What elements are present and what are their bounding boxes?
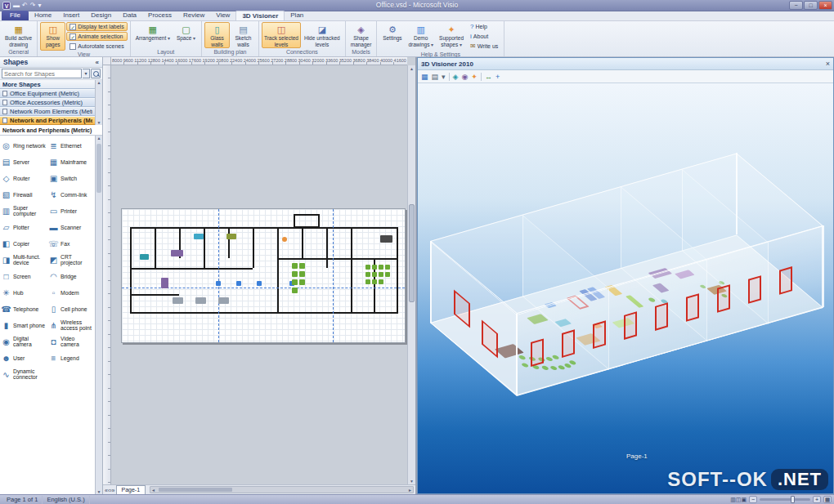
page-tab-page-1[interactable]: Page-1 — [116, 485, 146, 494]
stencil-office-equipment-metric[interactable]: Office Equipment (Metric) — [0, 89, 95, 98]
shape-item-switch[interactable]: ▣Switch — [47, 170, 95, 186]
scroll-down-icon[interactable]: ▼ — [408, 479, 415, 484]
shape-item-digital-camera[interactable]: ◉Digital camera — [0, 333, 47, 350]
zoom-in-button[interactable]: + — [813, 496, 821, 503]
tab-file[interactable]: File — [2, 11, 29, 20]
demo-drawings-button[interactable]: ▥Demodrawings ▾ — [406, 22, 436, 51]
arrangement-button[interactable]: ▦Arrangement ▾ — [133, 22, 173, 48]
scroll-up-icon[interactable]: ▲ — [97, 136, 101, 140]
zoom-slider[interactable] — [760, 498, 810, 501]
maximize-button[interactable]: □ — [804, 1, 818, 10]
vertical-scrollbar[interactable]: ▲ ▼ — [407, 65, 415, 484]
shape-item-comm-link[interactable]: ↯Comm-link — [47, 186, 95, 203]
show-pages-button[interactable]: ◫Showpages — [40, 22, 65, 51]
shape-manager-button[interactable]: ◈Shapemanager — [348, 22, 374, 48]
scroll-left-icon[interactable]: ◄ — [151, 488, 155, 493]
autorotate-scenes-checkbox[interactable]: Autorotate scenes — [66, 42, 127, 51]
view-cube-icon[interactable]: ◈ — [453, 72, 459, 82]
print-icon[interactable]: ▤ — [432, 72, 439, 82]
stencil-network-and-peripherals-metric[interactable]: Network and Peripherals (Metric) — [0, 116, 95, 125]
shape-item-firewall[interactable]: ▧Firewall — [0, 186, 47, 203]
tab-plan[interactable]: Plan — [285, 11, 309, 20]
shape-item-scanner[interactable]: ▬Scanner — [47, 219, 95, 235]
shape-item-fax[interactable]: ☏Fax — [47, 235, 95, 252]
export-dropdown-icon[interactable]: ▾ — [442, 72, 446, 82]
supported-shapes-button[interactable]: ✦Supportedshapes ▾ — [437, 22, 466, 51]
stencil-office-accessories-metric[interactable]: Office Accessories (Metric) — [0, 98, 95, 107]
shape-item-legend[interactable]: ≡Legend — [47, 350, 95, 366]
settings-button[interactable]: ⚙Settings — [379, 22, 405, 51]
scrollbar-thumb[interactable] — [159, 488, 232, 492]
shape-item-screen[interactable]: □Screen — [0, 268, 47, 284]
scroll-up-icon[interactable]: ▲ — [408, 66, 415, 71]
page-count-indicator[interactable]: Page 1 of 1 — [2, 496, 43, 504]
stencil-scrollbar[interactable]: ▲▼ — [95, 80, 102, 125]
tab-home[interactable]: Home — [29, 11, 57, 20]
drawing-page[interactable] — [121, 208, 406, 343]
more-shapes-bar[interactable]: More Shapes — [0, 80, 95, 89]
shape-item-server[interactable]: ▤Server — [0, 154, 47, 170]
hide-untracked-levels-button[interactable]: ◪Hide untrackedlevels — [302, 22, 343, 48]
zoom-icon[interactable]: + — [495, 72, 500, 82]
help-button[interactable]: ?Help — [467, 22, 501, 31]
effects-icon[interactable]: ✦ — [471, 72, 478, 82]
language-indicator[interactable]: English (U.S.) — [43, 496, 89, 504]
shapes-scrollbar[interactable]: ▲▼ — [95, 136, 102, 494]
shape-item-cell-phone[interactable]: ▯Cell phone — [47, 301, 95, 317]
shape-item-plotter[interactable]: ▱Plotter — [0, 219, 47, 235]
shape-item-ethernet[interactable]: ≣Ethernet — [47, 137, 95, 154]
search-dropdown-icon[interactable]: ▾ — [83, 69, 90, 78]
zoom-slider-thumb[interactable] — [791, 496, 795, 503]
zoom-out-button[interactable]: − — [749, 496, 757, 503]
drawing-canvas[interactable] — [111, 65, 407, 484]
shape-item-printer[interactable]: ▭Printer — [47, 203, 95, 219]
save-icon[interactable]: ▦ — [421, 72, 428, 82]
shape-item-ring-network[interactable]: ◎Ring network — [0, 137, 47, 154]
shape-item-crt-projector[interactable]: ◩CRT projector — [47, 252, 95, 268]
write-us-button[interactable]: ✉Write us — [467, 42, 501, 51]
fit-page-button[interactable]: ▦ — [823, 496, 832, 503]
shape-item-super-computer[interactable]: ▥Super computer — [0, 203, 47, 219]
shape-item-bridge[interactable]: ◠Bridge — [47, 268, 95, 284]
3d-scene[interactable]: Page-1 — [418, 83, 833, 493]
track-selected-levels-button[interactable]: ◫Track selectedlevels — [262, 22, 301, 48]
search-icon[interactable] — [91, 69, 101, 78]
tab-review[interactable]: Review — [177, 11, 210, 20]
shape-item-video-camera[interactable]: ◘Video camera — [47, 333, 95, 350]
fullscreen-icon[interactable]: ▣ — [741, 497, 747, 502]
sketch-walls-button[interactable]: ▤Sketchwalls — [231, 22, 256, 48]
scrollbar-thumb[interactable] — [409, 204, 415, 302]
shape-item-copier[interactable]: ◧Copier — [0, 235, 47, 252]
shape-item-telephone[interactable]: ☎Telephone — [0, 301, 47, 317]
search-input[interactable] — [2, 69, 82, 78]
shape-item-router[interactable]: ◇Router — [0, 170, 47, 186]
shape-item-modem[interactable]: ▫Modem — [47, 284, 95, 301]
tab-design[interactable]: Design — [85, 11, 117, 20]
shape-item-hub[interactable]: ✳Hub — [0, 284, 47, 301]
viewer-close-button[interactable]: × — [826, 60, 830, 68]
stencil-network-room-elements-metric[interactable]: Network Room Elements (Metric) — [0, 107, 95, 116]
close-button[interactable]: × — [818, 1, 832, 10]
minimize-button[interactable]: − — [789, 1, 803, 10]
tab-process[interactable]: Process — [142, 11, 177, 20]
tab-3d-visioner[interactable]: 3D Visioner — [235, 11, 285, 20]
about-button[interactable]: iAbout — [467, 32, 501, 41]
glass-walls-button[interactable]: ▯Glasswalls — [204, 22, 230, 48]
pan-icon[interactable]: ↔ — [485, 72, 492, 82]
scroll-down-icon[interactable]: ▼ — [97, 120, 101, 125]
tab-data[interactable]: Data — [117, 11, 142, 20]
shape-item-smart-phone[interactable]: ▮Smart phone — [0, 317, 47, 333]
display-text-labels-checkbox[interactable]: ✓Display text labels — [66, 22, 127, 31]
tab-view[interactable]: View — [210, 11, 235, 20]
page-nav-last-button[interactable]: » — [112, 488, 115, 493]
shape-item-dynamic-connector[interactable]: ∿Dynamic connector — [0, 366, 47, 382]
shape-item-wireless-access-point[interactable]: ⋔Wireless access point — [47, 317, 95, 333]
animate-selection-checkbox[interactable]: ✓Animate selection — [66, 32, 127, 41]
normal-view-icon[interactable]: ▥ — [730, 497, 736, 502]
camera-icon[interactable]: ◉ — [461, 72, 468, 82]
shape-item-user[interactable]: ☻User — [0, 350, 47, 366]
tab-insert[interactable]: Insert — [57, 11, 85, 20]
shape-item-mainframe[interactable]: ▦Mainframe — [47, 154, 95, 170]
horizontal-scrollbar[interactable]: ◄ ► — [150, 486, 414, 493]
space-button[interactable]: ▢Space ▾ — [173, 22, 199, 48]
